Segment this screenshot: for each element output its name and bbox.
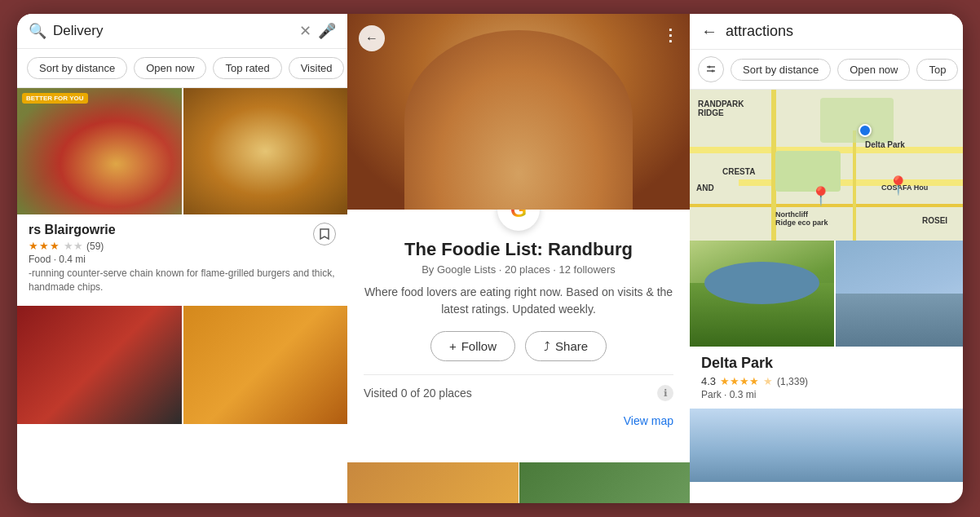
right-filter-top[interactable]: Top <box>916 59 958 81</box>
center-panel: ← ⋮ G The Foodie List: Randburg By Googl… <box>347 14 690 503</box>
restaurant-info: rs Blairgowrie ★★★★★ (59) Food · 0.4 mi … <box>17 214 347 301</box>
interior-image <box>17 306 182 424</box>
bottom-food-image-1 <box>347 462 519 503</box>
list-title: The Foodie List: Randburg <box>404 239 633 260</box>
park-review-count: (1,339) <box>777 376 808 387</box>
share-icon: ⤴ <box>544 339 550 353</box>
hero-food-decoration <box>404 30 633 210</box>
visited-row: Visited 0 of 20 places ℹ <box>364 374 673 401</box>
google-logo: G <box>497 210 540 231</box>
left-panel: 🔍 ✕ 🎤 Sort by distance Open now Top rate… <box>17 14 347 503</box>
map-label-northcliff: NorthcliffRidge eco park <box>775 210 828 227</box>
park-stars-row: 4.3 ★★★★ ★ (1,339) <box>701 375 963 387</box>
restaurant-meta: Food · 0.4 mi <box>29 254 336 265</box>
park-image-1 <box>690 241 834 347</box>
share-label: Share <box>555 339 588 353</box>
map-label-and: AND <box>696 183 714 192</box>
follow-label: Follow <box>461 339 497 353</box>
map-pin-red-icon: 📍 <box>810 186 832 207</box>
map-area[interactable]: RANDPARKRIDGE CRESTA AND ROSEI Delta Par… <box>690 90 963 241</box>
map-label-cresta: CRESTA <box>722 167 755 176</box>
park-image-2 <box>836 241 964 347</box>
restaurant-name: rs Blairgowrie <box>29 223 336 237</box>
park-meta: Park · 0.3 mi <box>701 389 963 400</box>
left-content: BETTER FOR YOU rs Blairgowrie ★★★★★ (59)… <box>17 88 347 503</box>
map-label-rosei: ROSEI <box>922 216 947 225</box>
right-back-button[interactable]: ← <box>701 22 717 41</box>
park-rating-value: 4.3 <box>701 375 716 387</box>
park-images <box>690 241 963 347</box>
filter-tune-icon[interactable] <box>698 56 724 82</box>
map-pin-red-northcliff[interactable]: 📍 <box>812 186 828 205</box>
center-card: G The Foodie List: Randburg By Google Li… <box>347 210 690 462</box>
right-content: RANDPARKRIDGE CRESTA AND ROSEI Delta Par… <box>690 90 963 503</box>
park-info: Delta Park 4.3 ★★★★ ★ (1,339) Park · 0.3… <box>690 347 963 407</box>
center-hero-image: ← ⋮ <box>347 14 690 210</box>
map-road-v2 <box>853 130 856 241</box>
list-description: Where food lovers are eating right now. … <box>364 284 673 318</box>
filter-open-now[interactable]: Open now <box>134 57 206 79</box>
view-map-link[interactable]: View map <box>364 409 673 427</box>
tacos-image <box>183 306 348 424</box>
stars-row: ★★★★★ (59) <box>29 240 336 252</box>
left-filters: Sort by distance Open now Top rated Visi… <box>17 49 347 88</box>
filter-sort-distance[interactable]: Sort by distance <box>27 57 127 79</box>
save-icon[interactable] <box>313 223 336 245</box>
action-buttons: + Follow ⤴ Share <box>430 331 607 361</box>
svg-point-3 <box>712 70 714 73</box>
right-filter-open-now[interactable]: Open now <box>837 59 910 81</box>
bottom-food-image-2 <box>519 462 691 503</box>
restaurant-desc: -running counter-serve chain known for f… <box>29 267 336 294</box>
filter-visited[interactable]: Visited <box>289 57 345 79</box>
info-icon[interactable]: ℹ <box>657 385 673 401</box>
google-g-letter: G <box>510 210 527 223</box>
map-pin-blue-dot <box>859 124 872 137</box>
park-name: Delta Park <box>701 355 963 372</box>
follow-plus-icon: + <box>449 339 457 353</box>
food-image-2 <box>183 88 348 214</box>
center-bottom-images <box>347 462 690 503</box>
map-pin-red-cosafa[interactable]: 📍 <box>890 175 906 195</box>
right-filters: Sort by distance Open now Top <box>690 50 963 90</box>
map-pin-red-icon-2: 📍 <box>887 175 909 197</box>
park-half-star: ★ <box>763 375 773 387</box>
star-empty: ★★ <box>64 240 83 252</box>
park-stars-display: ★★★★ <box>720 375 759 387</box>
center-back-button[interactable]: ← <box>359 25 385 51</box>
review-count: (59) <box>86 241 104 252</box>
share-button[interactable]: ⤴ Share <box>525 331 607 361</box>
restaurant-images2 <box>17 306 347 424</box>
right-filter-sort-distance[interactable]: Sort by distance <box>731 59 831 81</box>
map-pin-blue-delta[interactable] <box>857 124 873 144</box>
svg-point-1 <box>709 66 711 68</box>
center-menu-button[interactable]: ⋮ <box>662 25 678 45</box>
filter-top-rated[interactable]: Top rated <box>213 57 281 79</box>
right-panel: ← attractions Sort by distance Open now … <box>690 14 963 503</box>
right-header: ← attractions <box>690 14 963 50</box>
search-icon: 🔍 <box>29 22 46 40</box>
bottom-scenic-image <box>690 409 963 482</box>
map-label-randpark: RANDPARKRIDGE <box>698 99 744 117</box>
attractions-search-text: attractions <box>726 23 793 40</box>
image-badge: BETTER FOR YOU <box>22 93 88 104</box>
food-image-1: BETTER FOR YOU <box>17 88 182 214</box>
follow-button[interactable]: + Follow <box>430 331 515 361</box>
visited-text: Visited 0 of 20 places <box>364 387 472 400</box>
clear-icon[interactable]: ✕ <box>299 22 311 40</box>
list-meta: By Google Lists · 20 places · 12 followe… <box>422 263 616 276</box>
main-wrapper: 🔍 ✕ 🎤 Sort by distance Open now Top rate… <box>17 14 963 503</box>
mic-icon[interactable]: 🎤 <box>318 22 336 40</box>
star-filled-1: ★★★ <box>29 240 60 252</box>
restaurant-images-grid: BETTER FOR YOU <box>17 88 347 214</box>
delivery-search-input[interactable] <box>53 23 293 39</box>
left-search-bar: 🔍 ✕ 🎤 <box>17 14 347 49</box>
